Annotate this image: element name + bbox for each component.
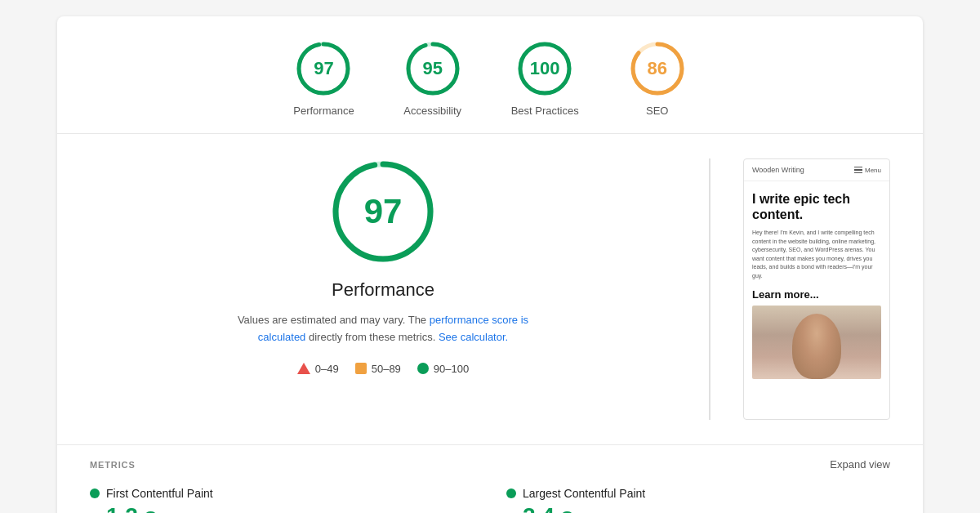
score-label-best-practices: Best Practices bbox=[511, 105, 579, 117]
preview-menu: Menu bbox=[854, 167, 881, 174]
preview-face-image bbox=[752, 306, 881, 379]
legend: 0–49 50–89 90–100 bbox=[297, 363, 469, 375]
score-number-performance: 97 bbox=[314, 58, 333, 79]
legend-item-red: 0–49 bbox=[297, 363, 339, 375]
scores-row: 97 Performance 95 Accessibility 100 Best… bbox=[57, 16, 923, 134]
perf-title: Performance bbox=[332, 279, 434, 301]
preview-cta: Learn more... bbox=[752, 288, 881, 301]
score-item-seo: 86 SEO bbox=[628, 39, 687, 117]
score-number-best-practices: 100 bbox=[530, 58, 560, 79]
legend-label-orange: 50–89 bbox=[372, 363, 401, 375]
circle-icon bbox=[417, 363, 429, 374]
score-label-seo: SEO bbox=[646, 105, 668, 117]
score-item-performance: 97 Performance bbox=[293, 39, 354, 117]
metric-value: 1.2 s bbox=[90, 503, 474, 513]
metrics-grid: First Contentful Paint 1.2 s Largest Con… bbox=[90, 487, 890, 513]
hamburger-icon bbox=[854, 167, 862, 174]
main-card: 97 Performance 95 Accessibility 100 Best… bbox=[57, 16, 923, 513]
calculator-link[interactable]: See calculator. bbox=[439, 331, 508, 343]
square-icon bbox=[355, 363, 367, 374]
score-circle-accessibility: 95 bbox=[403, 39, 462, 98]
preview-body: I write epic tech content. Hey there! I'… bbox=[744, 181, 889, 389]
metric-item: Largest Contentful Paint 2.4 s bbox=[506, 487, 890, 513]
divider bbox=[709, 158, 710, 420]
metric-item: First Contentful Paint 1.2 s bbox=[90, 487, 474, 513]
expand-view-button[interactable]: Expand view bbox=[830, 458, 890, 471]
website-preview: Wooden Writing Menu I write epic tech co… bbox=[743, 158, 890, 420]
metric-label: First Contentful Paint bbox=[106, 487, 213, 500]
score-circle-best-practices: 100 bbox=[515, 39, 574, 98]
metric-value: 2.4 s bbox=[506, 503, 890, 513]
left-panel: 97 Performance Values are estimated and … bbox=[90, 158, 676, 420]
metric-label: Largest Contentful Paint bbox=[523, 487, 645, 500]
menu-label: Menu bbox=[865, 167, 881, 174]
metric-dot bbox=[506, 488, 516, 498]
score-number-accessibility: 95 bbox=[422, 58, 442, 79]
metric-dot bbox=[90, 488, 100, 498]
right-panel: Wooden Writing Menu I write epic tech co… bbox=[743, 158, 890, 420]
perf-description: Values are estimated and may vary. The p… bbox=[220, 312, 546, 346]
score-circle-performance: 97 bbox=[294, 39, 353, 98]
metrics-section: METRICS Expand view First Contentful Pai… bbox=[57, 444, 923, 513]
metric-label-row: First Contentful Paint bbox=[90, 487, 474, 500]
preview-header: Wooden Writing Menu bbox=[744, 159, 889, 181]
triangle-icon bbox=[297, 363, 310, 374]
main-content: 97 Performance Values are estimated and … bbox=[57, 134, 923, 444]
metric-label-row: Largest Contentful Paint bbox=[506, 487, 890, 500]
score-label-performance: Performance bbox=[293, 105, 354, 117]
score-label-accessibility: Accessibility bbox=[403, 105, 461, 117]
metrics-title: METRICS bbox=[90, 460, 136, 470]
score-circle-seo: 86 bbox=[628, 39, 687, 98]
preview-body-text: Hey there! I'm Kevin, and I write compel… bbox=[752, 229, 881, 280]
preview-headline: I write epic tech content. bbox=[752, 191, 881, 222]
legend-label-green: 90–100 bbox=[434, 363, 469, 375]
score-number-seo: 86 bbox=[648, 58, 667, 79]
preview-brand: Wooden Writing bbox=[752, 166, 804, 174]
legend-label-red: 0–49 bbox=[315, 363, 339, 375]
legend-item-green: 90–100 bbox=[417, 363, 469, 375]
score-item-best-practices: 100 Best Practices bbox=[511, 39, 579, 117]
perf-circle-large: 97 bbox=[330, 158, 436, 265]
legend-item-orange: 50–89 bbox=[355, 363, 401, 375]
perf-number: 97 bbox=[364, 192, 403, 231]
metrics-header: METRICS Expand view bbox=[90, 458, 890, 471]
score-item-accessibility: 95 Accessibility bbox=[403, 39, 462, 117]
